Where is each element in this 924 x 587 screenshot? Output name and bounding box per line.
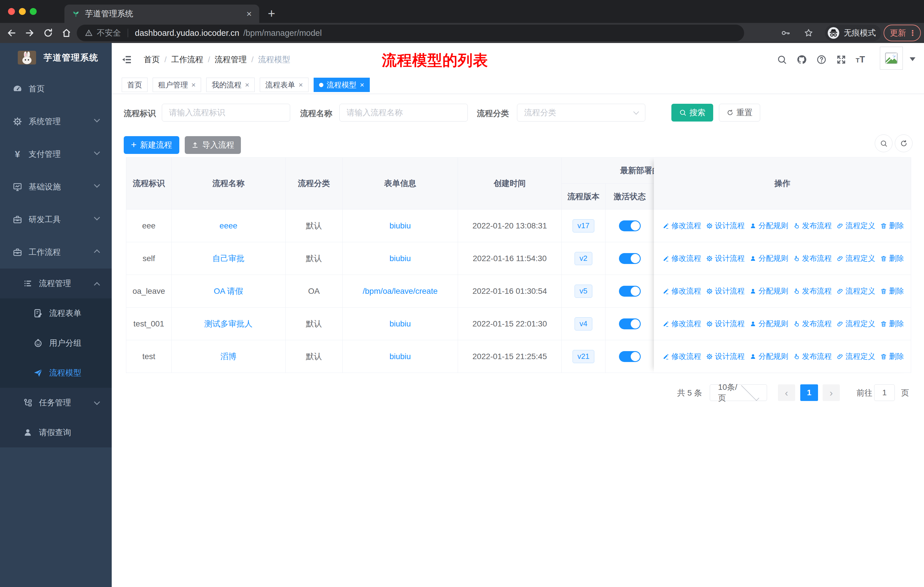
action-设计流程[interactable]: 设计流程 (706, 351, 745, 361)
sidebar-item-工作流程[interactable]: 工作流程 (0, 236, 112, 269)
close-icon[interactable]: × (360, 81, 364, 89)
action-修改流程[interactable]: 修改流程 (663, 253, 701, 263)
process-name-link[interactable]: OA 请假 (214, 286, 243, 297)
browser-tab[interactable]: 芋道管理系统 × (64, 5, 259, 23)
action-修改流程[interactable]: 修改流程 (663, 286, 701, 296)
action-设计流程[interactable]: 设计流程 (706, 319, 745, 329)
action-修改流程[interactable]: 修改流程 (663, 221, 701, 231)
form-link[interactable]: biubiu (389, 319, 411, 329)
active-status-toggle[interactable] (619, 253, 641, 264)
search-icon[interactable] (777, 55, 787, 65)
active-status-toggle[interactable] (619, 286, 641, 297)
breadcrumb-process-manage[interactable]: 流程管理 (215, 54, 247, 65)
action-流程定义[interactable]: 流程定义 (837, 319, 875, 329)
action-发布流程[interactable]: 发布流程 (793, 351, 832, 361)
action-发布流程[interactable]: 发布流程 (793, 286, 832, 296)
font-size-icon[interactable]: TT (856, 55, 865, 65)
window-close-button[interactable] (8, 8, 15, 15)
filter-id-input[interactable] (162, 104, 290, 122)
prev-page-button[interactable]: ‹ (778, 384, 795, 401)
action-分配规则[interactable]: 分配规则 (749, 253, 788, 263)
close-icon[interactable]: × (245, 81, 249, 89)
active-status-toggle[interactable] (619, 318, 641, 329)
active-status-toggle[interactable] (619, 351, 641, 362)
reload-icon[interactable] (43, 28, 53, 38)
sidebar-item-基础设施[interactable]: 基础设施 (0, 170, 112, 203)
sidebar-item-研发工具[interactable]: 研发工具 (0, 203, 112, 236)
sidebar-collapse-icon[interactable] (121, 54, 132, 65)
fullscreen-icon[interactable] (836, 55, 846, 65)
action-分配规则[interactable]: 分配规则 (749, 351, 788, 361)
tab-流程模型[interactable]: 流程模型× (314, 78, 370, 92)
tab-流程表单[interactable]: 流程表单× (260, 78, 308, 92)
action-设计流程[interactable]: 设计流程 (706, 221, 745, 231)
breadcrumb-workflow[interactable]: 工作流程 (171, 54, 203, 65)
current-page-button[interactable]: 1 (800, 384, 818, 401)
github-icon[interactable] (797, 55, 807, 65)
action-删除[interactable]: 删除 (880, 221, 904, 231)
form-link[interactable]: biubiu (389, 221, 411, 230)
reset-button[interactable]: 重置 (719, 104, 760, 122)
create-process-button[interactable]: + 新建流程 (124, 136, 179, 154)
action-流程定义[interactable]: 流程定义 (837, 351, 875, 361)
sidebar-item-支付管理[interactable]: ¥支付管理 (0, 138, 112, 170)
action-设计流程[interactable]: 设计流程 (706, 253, 745, 263)
form-link[interactable]: biubiu (389, 254, 411, 263)
address-bar[interactable]: 不安全 dashboard.yudao.iocoder.cn/bpm/manag… (77, 25, 744, 41)
browser-menu-dots-icon[interactable]: ⋮ (909, 29, 916, 38)
avatar-caret-down-icon[interactable] (910, 57, 916, 61)
action-发布流程[interactable]: 发布流程 (793, 319, 832, 329)
filter-name-input[interactable] (340, 104, 468, 122)
search-button[interactable]: 搜索 (672, 104, 713, 122)
import-process-button[interactable]: 导入流程 (185, 136, 241, 154)
tab-首页[interactable]: 首页 (122, 78, 147, 92)
action-删除[interactable]: 删除 (880, 286, 904, 296)
form-link[interactable]: biubiu (389, 352, 411, 361)
breadcrumb-home[interactable]: 首页 (144, 54, 160, 65)
sidebar-item-请假查询[interactable]: 请假查询 (0, 418, 112, 447)
action-删除[interactable]: 删除 (880, 351, 904, 361)
action-发布流程[interactable]: 发布流程 (793, 221, 832, 231)
forward-icon[interactable] (25, 28, 35, 38)
tab-租户管理[interactable]: 租户管理× (153, 78, 201, 92)
page-size-select[interactable]: 10条/页 (710, 384, 767, 401)
browser-update-chip[interactable]: 更新 ⋮ (884, 25, 921, 41)
avatar[interactable] (880, 47, 903, 69)
sidebar-item-用户分组[interactable]: 用户分组 (0, 328, 112, 358)
process-name-link[interactable]: 滔博 (221, 351, 237, 362)
goto-page-input[interactable] (874, 384, 895, 401)
sidebar-item-流程表单[interactable]: 流程表单 (0, 298, 112, 328)
action-修改流程[interactable]: 修改流程 (663, 319, 701, 329)
action-分配规则[interactable]: 分配规则 (749, 286, 788, 296)
window-zoom-button[interactable] (30, 8, 37, 15)
new-tab-button[interactable]: + (268, 6, 275, 21)
action-删除[interactable]: 删除 (880, 319, 904, 329)
action-删除[interactable]: 删除 (880, 253, 904, 263)
action-流程定义[interactable]: 流程定义 (837, 253, 875, 263)
refresh-table-button[interactable] (895, 134, 912, 152)
bookmark-star-icon[interactable] (804, 28, 814, 38)
active-status-toggle[interactable] (619, 220, 641, 231)
sidebar-item-首页[interactable]: 首页 (0, 73, 112, 105)
sidebar-item-流程管理[interactable]: 流程管理 (0, 269, 112, 298)
key-icon[interactable] (780, 28, 791, 38)
action-修改流程[interactable]: 修改流程 (663, 351, 701, 361)
action-分配规则[interactable]: 分配规则 (749, 221, 788, 231)
toggle-search-button[interactable] (875, 134, 893, 152)
sidebar-logo[interactable]: 芋道管理系统 (0, 43, 112, 72)
tab-close-icon[interactable]: × (246, 8, 252, 19)
process-name-link[interactable]: eeee (219, 221, 237, 230)
form-link[interactable]: /bpm/oa/leave/create (363, 287, 438, 296)
close-icon[interactable]: × (191, 81, 196, 89)
action-流程定义[interactable]: 流程定义 (837, 221, 875, 231)
action-设计流程[interactable]: 设计流程 (706, 286, 745, 296)
process-name-link[interactable]: 测试多审批人 (205, 318, 252, 329)
close-icon[interactable]: × (299, 81, 303, 89)
filter-category-select[interactable]: 流程分类 (517, 104, 645, 122)
window-minimize-button[interactable] (19, 8, 26, 15)
sidebar-item-系统管理[interactable]: 系统管理 (0, 105, 112, 138)
action-发布流程[interactable]: 发布流程 (793, 253, 832, 263)
tab-我的流程[interactable]: 我的流程× (206, 78, 255, 92)
home-icon[interactable] (61, 28, 72, 38)
next-page-button[interactable]: › (823, 384, 840, 401)
